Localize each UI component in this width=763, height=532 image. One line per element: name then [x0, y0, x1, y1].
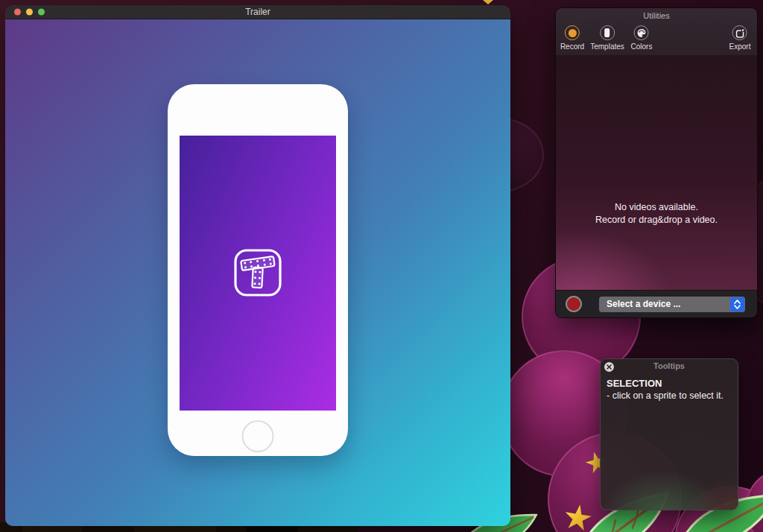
toolbar-item-record[interactable]: Record — [560, 25, 584, 51]
traffic-lights — [14, 9, 45, 16]
toolbar-item-colors[interactable]: Colors — [631, 25, 653, 51]
select-stepper-icon — [730, 297, 744, 311]
stage-canvas — [5, 19, 510, 526]
star-tip — [483, 0, 493, 4]
tooltip-text: - click on a sprite to select it. — [607, 390, 732, 401]
empty-state-message: No videos available. Record or drag&drop… — [556, 201, 757, 227]
trailer-app-logo-icon — [233, 248, 282, 297]
trailer-window: Trailer — [5, 5, 510, 526]
utilities-toolbar: Utilities Record Templates Colors — [556, 8, 757, 55]
templates-icon — [600, 25, 615, 40]
utilities-bottom-bar: Select a device ... — [556, 290, 757, 317]
close-icon[interactable] — [604, 362, 614, 372]
toolbar-item-templates[interactable]: Templates — [590, 25, 624, 51]
record-button[interactable] — [566, 296, 582, 312]
toolbar-item-label: Export — [729, 42, 751, 51]
toolbar-item-label: Colors — [631, 42, 653, 51]
tooltips-header: Tooltips — [601, 361, 738, 374]
device-select[interactable]: Select a device ... — [599, 297, 745, 312]
trailer-titlebar[interactable]: Trailer — [5, 5, 510, 19]
phone-home-button — [242, 420, 274, 452]
video-list-area[interactable]: No videos available. Record or drag&drop… — [556, 55, 757, 290]
toolbar-item-label: Record — [560, 42, 584, 51]
colors-icon — [634, 25, 649, 40]
toolbar-item-export[interactable]: Export — [729, 25, 751, 51]
minimize-window-button[interactable] — [26, 9, 33, 16]
device-select-value: Select a device ... — [607, 299, 680, 309]
zoom-window-button[interactable] — [38, 9, 45, 16]
tooltip-heading: SELECTION — [607, 378, 732, 389]
ground-shape — [134, 525, 216, 532]
empty-state-line1: No videos available. — [556, 201, 757, 214]
tooltips-panel: Tooltips SELECTION - click on a sprite t… — [600, 358, 738, 510]
tooltips-body: SELECTION - click on a sprite to select … — [601, 374, 738, 401]
window-title: Trailer — [245, 7, 270, 17]
phone-screen — [180, 136, 336, 411]
record-icon — [565, 25, 580, 40]
utilities-panel-title: Utilities — [556, 8, 757, 20]
phone-sprite[interactable] — [168, 84, 348, 456]
toolbar-item-label: Templates — [590, 42, 624, 51]
utilities-panel: Utilities Record Templates Colors — [555, 7, 758, 318]
empty-state-line2: Record or drag&drop a video. — [556, 214, 757, 227]
export-icon — [732, 25, 747, 40]
tooltips-title: Tooltips — [601, 361, 738, 370]
close-window-button[interactable] — [14, 9, 21, 16]
